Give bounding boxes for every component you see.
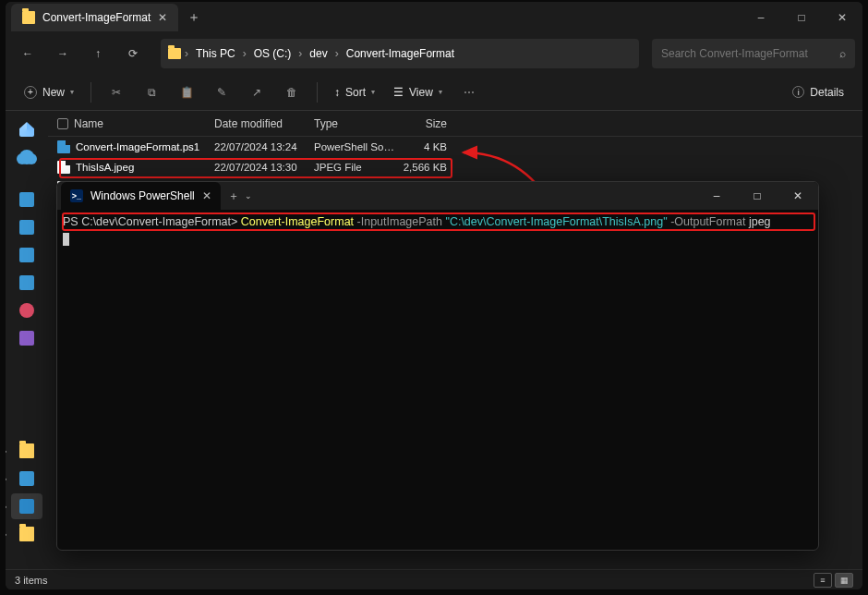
file-type: JPEG File: [314, 162, 395, 173]
copy-button[interactable]: ⧉: [136, 79, 167, 106]
chevron-down-icon: ▾: [70, 88, 74, 96]
tab-close-icon[interactable]: ✕: [158, 11, 167, 24]
rail-folder[interactable]: ›: [11, 466, 42, 492]
file-type: PowerShell Source…: [314, 141, 395, 152]
view-label: View: [409, 86, 433, 99]
terminal-window: >_ Windows PowerShell ✕ ＋⌄ – □ ✕ PS C:\d…: [56, 181, 819, 551]
minimize-button[interactable]: –: [741, 2, 781, 33]
new-label: New: [42, 86, 65, 99]
share-button[interactable]: ↗: [241, 79, 272, 106]
status-bar: 3 items ≡ ▦: [6, 569, 862, 589]
back-button[interactable]: ←: [13, 39, 42, 68]
crumb[interactable]: dev: [306, 45, 331, 62]
paste-button[interactable]: 📋: [171, 79, 202, 106]
cmdlet: Convert-ImageFormat: [241, 215, 354, 228]
col-size[interactable]: Size: [395, 117, 447, 130]
item-count: 3 items: [15, 575, 47, 586]
cut-button[interactable]: ✂: [101, 79, 132, 106]
file-name: ThisIsA.jpeg: [76, 162, 134, 173]
rail-downloads[interactable]: [11, 214, 42, 240]
param: -InputImagePath: [357, 215, 442, 228]
rail-music[interactable]: [11, 298, 42, 323]
chevron-down-icon: ▾: [439, 88, 442, 96]
col-name[interactable]: Name: [57, 117, 214, 130]
view-button[interactable]: ☰ View ▾: [386, 79, 450, 106]
chevron-down-icon: ▾: [371, 88, 375, 96]
file-size: 2,566 KB: [395, 162, 447, 173]
powershell-icon: >_: [70, 189, 83, 202]
search-input[interactable]: [661, 47, 832, 60]
sort-label: Sort: [345, 86, 366, 99]
terminal-window-controls: – □ ✕: [696, 182, 818, 210]
close-button[interactable]: ✕: [778, 182, 818, 210]
details-button[interactable]: i Details: [785, 79, 851, 106]
crumb[interactable]: Convert-ImageFormat: [343, 45, 458, 62]
terminal-tabbar: >_ Windows PowerShell ✕ ＋⌄ – □ ✕: [57, 182, 818, 210]
sort-button[interactable]: ↕ Sort ▾: [327, 79, 382, 106]
select-all-checkbox[interactable]: [57, 118, 68, 129]
file-icon: [57, 140, 70, 153]
info-icon: i: [792, 86, 804, 98]
terminal-new-tab[interactable]: ＋⌄: [228, 188, 252, 204]
file-date: 22/07/2024 13:30: [214, 162, 314, 173]
refresh-button[interactable]: ⟳: [118, 39, 148, 68]
sort-icon: ↕: [334, 86, 340, 99]
file-date: 22/07/2024 13:24: [214, 141, 314, 152]
view-details-button[interactable]: ▦: [835, 573, 853, 588]
window-controls: – □ ✕: [741, 2, 862, 33]
rail-folder[interactable]: ›: [11, 521, 42, 547]
arg-string: "C:\dev\Convert-ImageFormat\ThisIsA.png": [445, 215, 667, 228]
maximize-button[interactable]: □: [737, 182, 778, 210]
up-button[interactable]: ↑: [83, 39, 113, 68]
crumb[interactable]: OS (C:): [250, 45, 295, 62]
new-button[interactable]: + New ▾: [17, 79, 81, 106]
terminal-tab-title: Windows PowerShell: [90, 189, 195, 202]
terminal-tab[interactable]: >_ Windows PowerShell ✕: [61, 182, 221, 210]
view-icon: ☰: [393, 86, 404, 99]
rail-onedrive[interactable]: [11, 144, 42, 170]
file-icon: [57, 161, 70, 174]
search-box[interactable]: ⌕: [652, 39, 855, 68]
new-tab-button[interactable]: ＋: [187, 9, 200, 26]
rail-this-pc[interactable]: ›: [11, 493, 42, 519]
tab-title: Convert-ImageFormat: [42, 11, 151, 24]
folder-icon: [22, 11, 35, 24]
rail-folder[interactable]: ›: [11, 438, 42, 464]
breadcrumb[interactable]: › This PC › OS (C:) › dev › Convert-Imag…: [161, 39, 639, 68]
close-button[interactable]: ✕: [822, 2, 862, 33]
search-icon[interactable]: ⌕: [839, 47, 846, 60]
rail-folder[interactable]: [11, 242, 42, 268]
cursor: [63, 233, 69, 246]
details-label: Details: [810, 86, 844, 99]
view-list-button[interactable]: ≡: [814, 573, 832, 588]
file-size: 4 KB: [395, 141, 447, 152]
prompt: PS C:\dev\Convert-ImageFormat>: [63, 215, 237, 228]
rail-folder[interactable]: [11, 187, 42, 212]
maximize-button[interactable]: □: [781, 2, 822, 33]
terminal-body[interactable]: PS C:\dev\Convert-ImageFormat> Convert-I…: [57, 210, 818, 252]
rail-home[interactable]: [11, 116, 42, 142]
param: -OutputFormat: [670, 215, 745, 228]
chevron-right-icon: ›: [243, 47, 247, 60]
rename-button[interactable]: ✎: [206, 79, 237, 106]
file-row[interactable]: Convert-ImageFormat.ps1 22/07/2024 13:24…: [48, 137, 862, 157]
folder-icon: [168, 48, 181, 59]
tab-close-icon[interactable]: ✕: [202, 189, 211, 202]
rail-videos[interactable]: [11, 325, 42, 351]
minimize-button[interactable]: –: [696, 182, 737, 210]
file-name: Convert-ImageFormat.ps1: [76, 141, 199, 152]
column-headers: Name Date modified Type Size: [48, 111, 862, 137]
forward-button[interactable]: →: [48, 39, 78, 68]
file-row[interactable]: ThisIsA.jpeg 22/07/2024 13:30 JPEG File …: [48, 157, 862, 177]
nav-toolbar: ← → ↑ ⟳ › This PC › OS (C:) › dev › Conv…: [6, 33, 862, 74]
arg-value: jpeg: [749, 215, 771, 228]
rail-pictures[interactable]: [11, 270, 42, 296]
crumb[interactable]: This PC: [192, 45, 239, 62]
explorer-tab[interactable]: Convert-ImageFormat ✕: [11, 4, 178, 31]
more-button[interactable]: ⋯: [453, 79, 485, 106]
chevron-right-icon: ›: [185, 47, 188, 60]
col-date[interactable]: Date modified: [214, 117, 314, 130]
delete-button[interactable]: 🗑: [276, 79, 307, 106]
nav-rail: › › › ›: [6, 111, 48, 569]
col-type[interactable]: Type: [314, 117, 395, 130]
